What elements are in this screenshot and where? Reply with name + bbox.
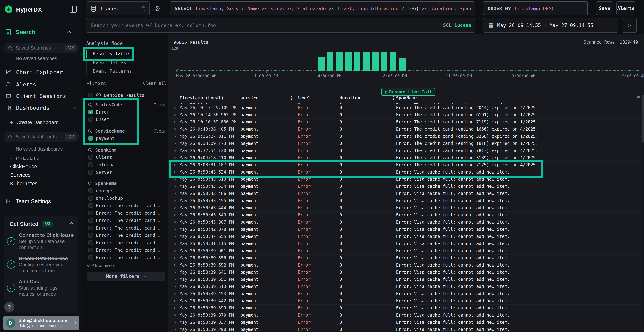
dashboards-collapse-chevron-icon[interactable]: [73, 106, 76, 110]
facet-option[interactable]: Error: The credit card …: [88, 202, 160, 209]
clear-all-link[interactable]: Clear all: [143, 81, 166, 86]
facet-option[interactable]: charge: [88, 187, 112, 194]
denoise-checkbox[interactable]: [88, 93, 93, 98]
table-row[interactable]: >May 26 8:50:42.878 PMpaymentError0Error…: [168, 226, 644, 233]
row-expand-chevron-icon[interactable]: >: [174, 176, 176, 183]
sql-select-input[interactable]: SELECT Timestamp, ServiceName as service…: [170, 2, 475, 16]
table-row[interactable]: >May 26 8:50:43.534 PMpaymentError0Error…: [168, 183, 644, 190]
col-header-timestamp[interactable]: Timestamp (Local): [180, 94, 224, 102]
order-by-input[interactable]: ORDER BY Timestamp DESC: [483, 2, 588, 16]
table-scrollbar-thumb[interactable]: [642, 94, 644, 143]
row-expand-chevron-icon[interactable]: >: [174, 118, 176, 126]
get-started-item[interactable]: ✓Create Data SourcesConfigure where your…: [7, 255, 74, 274]
checkbox-icon[interactable]: [88, 203, 93, 208]
row-expand-chevron-icon[interactable]: >: [174, 304, 176, 312]
show-more-link[interactable]: Show more: [88, 263, 116, 269]
histogram-bar[interactable]: [381, 52, 388, 71]
facet-option[interactable]: Client: [88, 154, 112, 161]
table-row[interactable]: >May 26 10:10:39.836 PMpaymentError0Erro…: [168, 118, 644, 126]
preset-item-kubernetes[interactable]: Kubernetes: [10, 180, 38, 186]
facet-option[interactable]: ✓Error: [88, 108, 109, 116]
col-header-service[interactable]: service: [240, 94, 258, 102]
get-started-item[interactable]: ✓Connect to ClickHouseSet up your databa…: [7, 232, 74, 250]
row-expand-chevron-icon[interactable]: >: [174, 283, 176, 290]
histogram-bar[interactable]: [336, 52, 342, 71]
row-expand-chevron-icon[interactable]: >: [174, 212, 176, 218]
table-row[interactable]: >May 26 9:33:09.173 PMpaymentError0Error…: [168, 140, 644, 147]
table-row[interactable]: >May 26 8:50:39.298 PMpaymentError0Error…: [168, 326, 644, 332]
histogram-bar[interactable]: [372, 52, 378, 71]
row-expand-chevron-icon[interactable]: >: [174, 312, 176, 319]
alerts-button[interactable]: Alerts: [616, 2, 636, 16]
analysis-mode-item[interactable]: Event Patterns: [86, 68, 161, 75]
row-expand-chevron-icon[interactable]: >: [174, 218, 176, 226]
facet-option[interactable]: ✓payment: [88, 135, 115, 142]
table-row[interactable]: >May 26 10:17:29.105 PMpaymentError0Erro…: [168, 104, 644, 112]
row-expand-chevron-icon[interactable]: >: [174, 326, 176, 332]
analysis-mode-item[interactable]: Event Deltas: [86, 59, 161, 66]
row-expand-chevron-icon[interactable]: >: [174, 233, 176, 240]
table-row[interactable]: >May 26 8:50:39.513 PMpaymentError0Error…: [168, 283, 644, 290]
row-expand-chevron-icon[interactable]: >: [174, 290, 176, 297]
table-row[interactable]: >May 26 8:50:39.901 PMpaymentError0Error…: [168, 247, 644, 254]
table-row[interactable]: >May 26 8:50:39.337 PMpaymentError0Error…: [168, 319, 644, 326]
row-expand-chevron-icon[interactable]: >: [174, 276, 176, 283]
checkbox-checked-icon[interactable]: ✓: [88, 110, 93, 114]
nav-search[interactable]: Search: [5, 28, 77, 36]
lang-toggle-sql[interactable]: SQL: [443, 22, 452, 28]
team-settings-item[interactable]: ⚙ Team Settings: [5, 196, 51, 206]
checkbox-icon[interactable]: [88, 155, 93, 160]
table-row[interactable]: >May 26 8:50:39.399 PMpaymentError0Error…: [168, 304, 644, 312]
lucene-search-input[interactable]: Search your events w/ Lucene ex. column:…: [86, 18, 475, 32]
facet-option[interactable]: Error: The credit card …: [88, 210, 160, 216]
facet-option[interactable]: dns.lookup: [88, 194, 123, 202]
table-row[interactable]: >May 26 9:36:27.311 PMpaymentError0Error…: [168, 133, 644, 140]
table-row[interactable]: >May 26 8:50:39.379 PMpaymentError0Error…: [168, 312, 644, 319]
row-expand-chevron-icon[interactable]: >: [174, 104, 176, 111]
table-row[interactable]: >May 26 8:50:39.856 PMpaymentError0Error…: [168, 254, 644, 262]
checkbox-icon[interactable]: [88, 226, 93, 230]
facet-option[interactable]: Error: The credit card …: [88, 254, 160, 261]
row-expand-chevron-icon[interactable]: >: [174, 247, 176, 254]
table-row[interactable]: >May 26 8:50:43.444 PMpaymentError0Error…: [168, 204, 644, 212]
checkbox-checked-icon[interactable]: ✓: [88, 136, 93, 140]
column-drag-handle-icon[interactable]: ⋮: [236, 94, 240, 102]
row-expand-chevron-icon[interactable]: >: [174, 133, 176, 140]
table-row[interactable]: >May 26 8:50:42.655 PMpaymentError0Error…: [168, 233, 644, 240]
row-expand-chevron-icon[interactable]: >: [174, 190, 176, 197]
column-drag-handle-icon[interactable]: ⋮: [392, 94, 396, 102]
checkbox-icon[interactable]: [88, 248, 93, 252]
row-expand-chevron-icon[interactable]: >: [174, 111, 176, 118]
results-histogram[interactable]: [180, 50, 640, 71]
presets-toggle[interactable]: PRESETS: [10, 155, 40, 161]
get-started-item[interactable]: ✓Add DataStart sending logs, metrics, or…: [7, 278, 74, 297]
table-row[interactable]: >May 26 9:04:18.410 PMpaymentError0Error…: [168, 154, 644, 162]
sidebar-item-chart-explorer[interactable]: Chart Explorer: [0, 67, 82, 77]
create-dashboard-button[interactable]: + Create Dashboard: [10, 118, 59, 126]
table-row[interactable]: >May 26 8:50:43.466 PMpaymentError0Error…: [168, 190, 644, 197]
table-row[interactable]: >May 26 8:50:39.551 PMpaymentError0Error…: [168, 276, 644, 283]
source-settings-gear-icon[interactable]: ⚙: [154, 5, 161, 12]
histogram-bar[interactable]: [363, 52, 370, 71]
row-expand-chevron-icon[interactable]: >: [174, 240, 176, 247]
histogram-bar[interactable]: [345, 52, 352, 71]
row-expand-chevron-icon[interactable]: >: [174, 147, 176, 154]
row-expand-chevron-icon[interactable]: >: [174, 197, 176, 204]
sidebar-item-alerts[interactable]: Alerts: [0, 80, 82, 90]
checkbox-icon[interactable]: [88, 255, 93, 260]
facet-option[interactable]: Server: [88, 169, 112, 176]
histogram-bar[interactable]: [354, 52, 360, 71]
sidebar-item-dashboards[interactable]: Dashboards: [0, 103, 82, 113]
user-account-chip[interactable]: D dale@clickhouse.com dale@clickhouse.co…: [3, 316, 80, 330]
help-button[interactable]: ?: [4, 302, 14, 312]
col-header-duration[interactable]: duration: [340, 94, 360, 102]
table-row[interactable]: >May 26 8:50:43.455 PMpaymentError0Error…: [168, 197, 644, 204]
table-row[interactable]: >May 26 10:14:36.963 PMpaymentError0Erro…: [168, 111, 644, 118]
facet-clear-link[interactable]: Clear: [154, 101, 166, 108]
checkbox-icon[interactable]: [88, 188, 93, 193]
table-row[interactable]: >May 26 8:50:41.115 PMpaymentError0Error…: [168, 240, 644, 248]
checkbox-icon[interactable]: [88, 170, 93, 174]
facet-option[interactable]: Error: The credit card …: [88, 224, 160, 232]
row-expand-chevron-icon[interactable]: >: [174, 168, 176, 176]
preset-item-clickhouse[interactable]: ClickHouse: [10, 164, 37, 170]
